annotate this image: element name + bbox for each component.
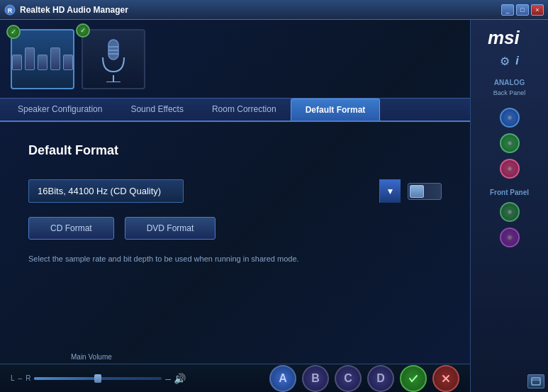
front-panel-label: Front Panel — [490, 189, 529, 196]
microphone-box[interactable]: ✓ — [82, 29, 145, 89]
jack-front-green[interactable] — [500, 202, 520, 222]
tabs-container: Speaker Configuration Sound Effects Room… — [0, 98, 470, 122]
corner-icon — [531, 377, 541, 386]
bottom-bar: L – R – 🔊 A B C D — [0, 364, 470, 392]
jack-inner — [506, 114, 513, 121]
tab-default-format[interactable]: Default Format — [291, 99, 381, 121]
app-title: Realtek HD Audio Manager — [20, 5, 128, 15]
mic-visual — [96, 36, 131, 82]
jack-blue[interactable] — [500, 108, 520, 128]
tab-room-correction[interactable]: Room Correction — [198, 99, 291, 121]
volume-thumb — [94, 374, 101, 383]
cancel-icon — [440, 373, 452, 384]
jack-green[interactable] — [500, 133, 520, 153]
main-container: ✓ — [0, 20, 548, 392]
svg-text:R: R — [8, 7, 13, 14]
volume-icons: – 🔊 — [165, 373, 186, 384]
format-buttons: CD Format DVD Format — [28, 217, 442, 240]
description-text: Select the sample rate and bit depth to … — [28, 254, 442, 264]
right-panel: msi ⚙ i ANALOG Back Panel Front Panel — [470, 20, 548, 392]
right-panel-icons: ⚙ i — [500, 55, 518, 68]
mic-check-icon: ✓ — [76, 23, 90, 38]
confirm-button[interactable] — [400, 365, 427, 392]
bottom-action-buttons: A B C D — [269, 365, 459, 392]
speaker-small-icon: 🔊 — [174, 373, 186, 384]
speaker-unit — [63, 55, 73, 70]
speakers-check-icon: ✓ — [6, 25, 21, 39]
volume-slider[interactable] — [34, 377, 162, 380]
volume-section: L – R – 🔊 — [11, 373, 262, 384]
cd-format-button[interactable]: CD Format — [28, 217, 114, 240]
jack-pink[interactable] — [500, 159, 520, 179]
device-area: ✓ — [0, 20, 470, 98]
speaker-unit-tall — [25, 47, 35, 70]
button-d[interactable]: D — [367, 365, 394, 392]
dropdown-arrow-icon: ▼ — [379, 179, 401, 203]
back-panel-label: Back Panel — [493, 89, 526, 96]
button-a[interactable]: A — [269, 365, 296, 392]
window-controls: _ □ × — [501, 4, 544, 16]
confirm-icon — [408, 373, 419, 384]
microphone-device[interactable]: ✓ — [82, 29, 145, 89]
speaker-unit — [12, 55, 22, 70]
speaker-visual — [12, 47, 73, 70]
speaker-unit — [38, 55, 47, 70]
content-title: Default Format — [28, 143, 442, 158]
toggle-switch[interactable] — [408, 183, 442, 200]
dvd-format-button[interactable]: DVD Format — [125, 217, 216, 240]
speakers-device[interactable]: ✓ — [11, 29, 74, 89]
left-label: L — [11, 374, 15, 382]
jack-front-purple[interactable] — [500, 228, 520, 247]
cancel-button[interactable] — [432, 365, 459, 392]
toggle-knob — [410, 185, 424, 198]
info-icon[interactable]: i — [515, 55, 518, 68]
analog-label: ANALOG — [494, 79, 525, 86]
jack-inner — [506, 234, 513, 241]
maximize-button[interactable]: □ — [516, 4, 529, 16]
volume-dash: – — [18, 374, 23, 382]
settings-icon[interactable]: ⚙ — [500, 55, 510, 68]
format-dropdown-wrapper: 16Bits, 44100 Hz (CD Quality) 16Bits, 48… — [28, 179, 401, 203]
button-b[interactable]: B — [302, 365, 329, 392]
dropdown-row: 16Bits, 44100 Hz (CD Quality) 16Bits, 48… — [28, 179, 442, 203]
tab-speaker-configuration[interactable]: Speaker Configuration — [4, 99, 116, 121]
app-icon: R — [4, 4, 16, 16]
main-volume-label: Main Volume — [0, 353, 470, 362]
svg-rect-9 — [532, 378, 540, 385]
msi-logo: msi — [484, 27, 541, 48]
format-dropdown[interactable]: 16Bits, 44100 Hz (CD Quality) 16Bits, 48… — [28, 179, 184, 203]
content-area: Default Format 16Bits, 44100 Hz (CD Qual… — [0, 122, 470, 353]
jack-inner — [506, 208, 513, 215]
button-c[interactable]: C — [335, 365, 362, 392]
volume-min-icon: – — [165, 373, 171, 384]
speakers-box[interactable]: ✓ — [11, 29, 74, 89]
tab-sound-effects[interactable]: Sound Effects — [116, 99, 198, 121]
minimize-button[interactable]: _ — [501, 4, 514, 16]
svg-rect-4 — [108, 40, 118, 60]
corner-button[interactable] — [527, 374, 544, 388]
speaker-unit-tall — [50, 47, 60, 70]
right-label: R — [26, 374, 30, 382]
close-button[interactable]: × — [531, 4, 544, 16]
title-bar-left: R Realtek HD Audio Manager — [4, 4, 128, 16]
left-panel: ✓ — [0, 20, 470, 392]
volume-fill — [34, 377, 98, 380]
title-bar: R Realtek HD Audio Manager _ □ × — [0, 0, 548, 20]
jack-inner — [506, 165, 513, 172]
svg-text:msi: msi — [488, 27, 520, 48]
jack-inner — [506, 140, 513, 147]
